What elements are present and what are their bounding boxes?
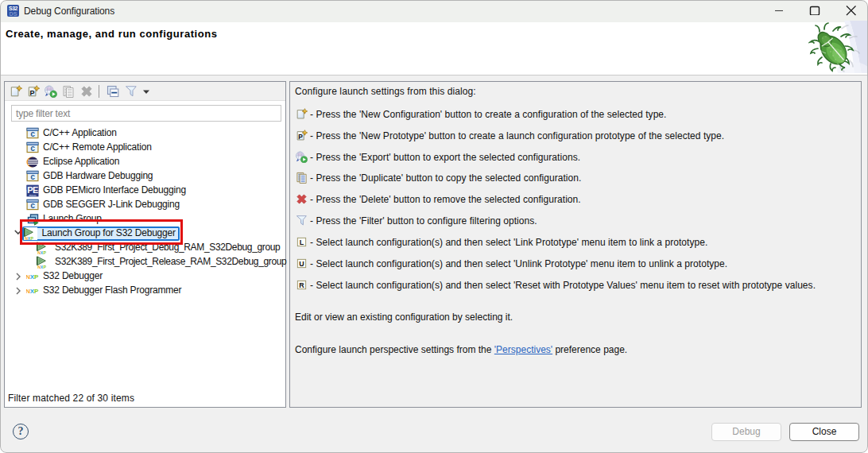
svg-text:DS: DS — [10, 10, 17, 17]
